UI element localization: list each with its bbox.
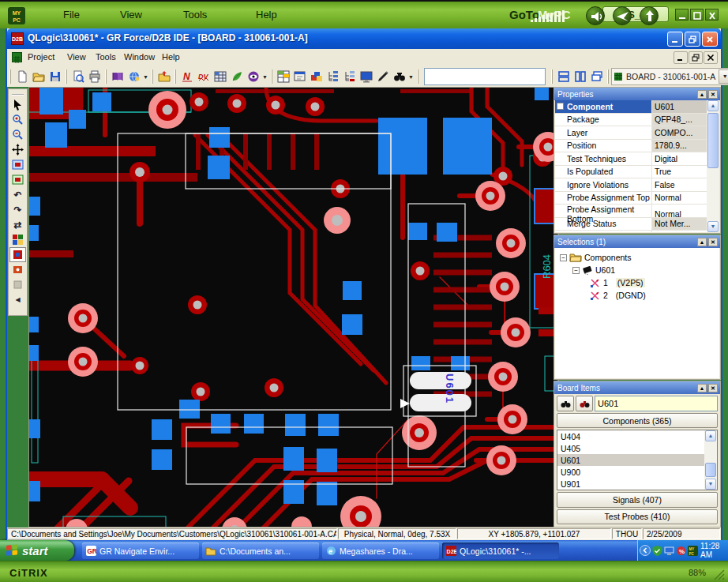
bottom-side-view-button[interactable] [9,172,26,187]
property-row[interactable]: PackageQFP48_... [555,114,707,127]
gtm-menu-view[interactable]: View [120,9,142,21]
tree-node-components[interactable]: − Components [560,251,719,264]
board-items-panel-header[interactable]: Board Items ▲ ✕ [554,381,720,394]
load-board-button[interactable] [156,69,172,85]
dv-view-button[interactable]: DV [195,69,212,85]
selections-panel-header[interactable]: Selections (1) ▲ ✕ [554,235,720,248]
tree-node-pin1[interactable]: 1 (V2P5) [560,276,719,289]
tray-gotomypc-icon[interactable]: MYPC [688,545,698,557]
vtoolbar-grip[interactable] [12,91,24,96]
print-preview-button[interactable] [69,69,86,85]
collapse-toolbar-arrow[interactable]: ◀ [9,292,26,307]
collapse-expander[interactable]: − [572,267,580,274]
menu-tools[interactable]: Tools [96,52,116,62]
menu-help[interactable]: Help [162,52,180,62]
task-megashares-browser[interactable]: e Megashares - Dra... [322,543,439,559]
menu-view[interactable]: View [67,52,86,62]
tray-alert-icon[interactable]: % [676,545,686,557]
split-vertical-button[interactable] [572,69,588,85]
components-list-scrollbar[interactable]: ▲ ▼ [704,430,717,490]
panel-collapse-button[interactable]: ▲ [697,238,707,246]
gtm-minimize-button[interactable] [675,9,689,21]
zoom-in-tool-button[interactable] [9,112,26,127]
property-row[interactable]: Test TechniquesDigital [555,152,707,166]
property-row[interactable]: − Component U601 [555,100,707,114]
components-list[interactable]: U404 U405 U601 U900 U901 ▲ ▼ [557,430,718,490]
list-item[interactable]: U404 [557,430,717,442]
toolbar-grip[interactable] [271,69,272,84]
board-items-search-input[interactable] [595,396,718,411]
toolbar-dropdown-caret[interactable]: ▼ [142,69,149,85]
property-row[interactable]: Position1780.9... [555,140,707,153]
property-row[interactable]: Probe Assignment BottomNormal [555,205,707,218]
toolbar-dropdown-caret[interactable]: ▼ [407,69,415,85]
components-category-button[interactable]: Components (365) [557,413,718,428]
scroll-down-button[interactable]: ▼ [707,221,719,232]
find-exact-button[interactable] [557,396,574,411]
menu-window[interactable]: Window [124,52,155,62]
title-bar[interactable]: D2B QLogic\310061* - GR Force/D2B IDE - … [7,28,721,49]
panel-close-button[interactable]: ✕ [708,384,718,392]
find-wildcard-button[interactable] [576,396,593,411]
mdi-restore-button[interactable] [689,51,703,64]
toolbar-grip[interactable] [174,69,176,84]
task-explorer-window[interactable]: C:\Documents an... [202,543,319,559]
upload-button[interactable] [640,6,659,25]
properties-panel-header[interactable]: Properties ▲ ✕ [554,88,720,100]
component-table-button[interactable] [275,69,291,85]
tree-node-pin2[interactable]: 2 (DGND) [560,289,719,302]
select-tool-button[interactable] [9,97,26,112]
menu-project[interactable]: Project [28,52,54,62]
flip-board-button[interactable]: ⇄ [9,217,26,232]
split-horizontal-button[interactable] [555,69,572,85]
property-row[interactable]: Merge StatusNot Mer... [555,218,707,231]
gtm-menu-file[interactable]: File [63,9,80,21]
taskbar-clock[interactable]: 11:28 AM [700,542,728,559]
toolbar-grip[interactable] [105,69,107,84]
volume-button[interactable] [586,6,605,25]
layer-cubes-button[interactable] [308,69,325,85]
test-probes-category-button[interactable]: Test Probes (410) [557,509,718,524]
monitor-view-button[interactable] [358,69,374,85]
window-minimize-button[interactable] [667,32,683,47]
spreadsheet-button[interactable] [212,69,228,85]
probe-pen-button[interactable] [374,69,391,85]
green-leaf-button[interactable] [228,69,245,85]
scroll-up-button[interactable]: ▲ [705,430,716,441]
tray-expand-chevron[interactable] [640,545,651,557]
collapse-expander[interactable]: − [560,254,567,261]
open-file-button[interactable] [30,69,47,85]
collapse-expander[interactable]: − [557,103,564,110]
tray-security-icon[interactable] [652,545,662,557]
net-view-button[interactable]: N [178,69,195,85]
toolbar-grip[interactable] [9,69,11,84]
component-mode-button[interactable] [9,247,26,262]
redo-button[interactable]: ↷ [9,202,26,217]
online-support-button[interactable] [126,69,142,85]
panel-close-button[interactable]: ✕ [708,90,718,99]
gtm-close-button[interactable] [705,9,719,21]
toolbar-grip[interactable] [551,69,553,84]
list-item[interactable]: U900 [557,466,717,478]
list-item[interactable]: U405 [557,442,717,454]
panel-collapse-button[interactable]: ▲ [697,384,707,392]
cascade-windows-button[interactable] [588,69,605,85]
board-document-combo[interactable]: BOARD - 310061-001-A ▼ [611,68,728,85]
toolbar-grip[interactable] [607,69,609,84]
print-button[interactable] [86,69,103,85]
mdi-close-button[interactable] [704,51,718,64]
signals-category-button[interactable]: Signals (407) [557,492,718,507]
gtm-menu-tools[interactable]: Tools [183,9,207,21]
scroll-up-button[interactable]: ▲ [707,100,719,111]
combo-dropdown-caret[interactable]: ▼ [719,69,728,84]
window-restore-button[interactable] [685,32,700,47]
list-view-button[interactable] [341,69,358,85]
list-item[interactable]: U901 [557,478,717,490]
new-file-button[interactable] [13,69,30,85]
mdi-minimize-button[interactable] [674,51,688,64]
properties-window-button[interactable] [291,69,308,85]
probe-mode-button[interactable] [9,262,26,277]
layer-colors-button[interactable] [9,232,26,247]
zoom-out-tool-button[interactable] [9,127,26,142]
toolbar-grip[interactable] [417,69,418,84]
